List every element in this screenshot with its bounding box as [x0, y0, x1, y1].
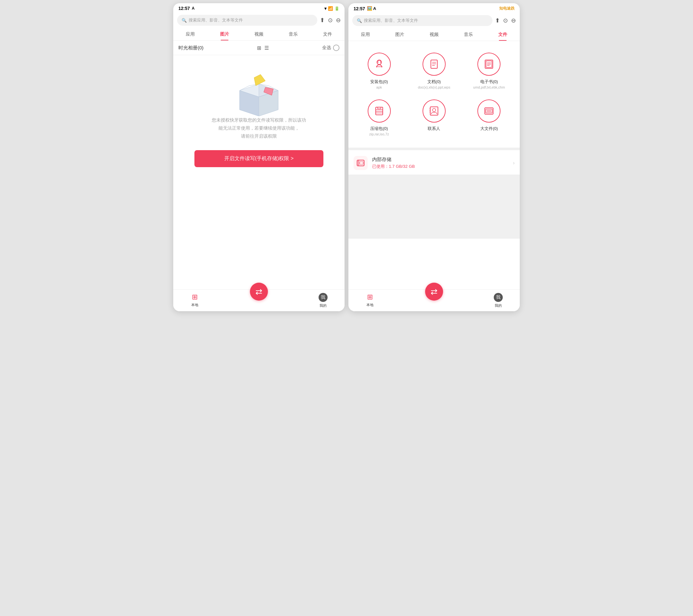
right-status-left: 12:57 🖼️ A — [354, 6, 376, 11]
storage-used: 已使用：1.7 GB/32 GB — [372, 164, 513, 170]
phones-container: 12:57 A ▾ 📶 🔋 🔍 搜索应用、影音、文本等文件 ⬆ ⊙ ⊖ — [173, 3, 520, 311]
left-tab-music[interactable]: 音乐 — [276, 28, 310, 40]
left-local-icon: ⊞ — [192, 293, 198, 301]
right-bottom-nav: ⊞ 本地 ⇄ 我 我的 — [349, 290, 520, 311]
right-time: 12:57 — [354, 6, 365, 11]
right-tab-music[interactable]: 音乐 — [451, 28, 486, 41]
svg-marker-6 — [254, 75, 265, 86]
contacts-name: 联系人 — [428, 126, 440, 132]
category-contacts[interactable]: 联系人 — [407, 94, 461, 141]
archives-icon-circle — [368, 99, 391, 123]
svg-point-10 — [380, 62, 381, 63]
left-tab-apps[interactable]: 应用 — [173, 28, 207, 40]
box-illustration — [230, 68, 288, 116]
category-archives[interactable]: 压缩包(0) zip,rar,iso,7z — [352, 94, 407, 141]
left-toolbar: ⬆ ⊙ ⊖ — [320, 17, 341, 24]
left-status-right: ▾ 📶 🔋 — [324, 6, 339, 11]
right-phone: 12:57 🖼️ A 知电途跌 🔍 搜索应用、影音、文本等文件 ⬆ ⊙ ⊖ 应用 — [349, 3, 520, 311]
left-time: 12:57 — [178, 6, 190, 11]
left-search-bar: 🔍 搜索应用、影音、文本等文件 ⬆ ⊙ ⊖ — [173, 12, 344, 28]
left-upload-icon[interactable]: ⬆ — [320, 17, 325, 24]
category-apk[interactable]: 安装包(0) apk — [352, 47, 407, 94]
left-nav-transfer[interactable]: ⇄ — [250, 283, 268, 301]
svg-rect-20 — [376, 107, 383, 115]
right-status-right: 知电途跌 — [499, 6, 515, 11]
archives-subtitle: zip,rar,iso,7z — [369, 132, 389, 136]
left-my-label: 我的 — [320, 303, 326, 308]
left-tab-videos[interactable]: 视频 — [242, 28, 276, 40]
right-tab-photos[interactable]: 图片 — [383, 28, 417, 41]
left-bottom-nav: ⊞ 本地 ⇄ 我 我的 — [173, 290, 344, 311]
right-share-icon[interactable]: ⊙ — [503, 17, 508, 24]
storage-item[interactable]: 内部存储 已使用：1.7 GB/32 GB › — [349, 152, 520, 175]
archives-svg-icon — [373, 105, 385, 117]
left-content: 您未授权快牙获取您的文件读写权限，所以该功 能无法正常使用，若要继续使用该功能，… — [173, 55, 344, 290]
left-tabs: 应用 图片 视频 音乐 文件 — [173, 28, 344, 41]
right-menu-icon[interactable]: ⊖ — [511, 17, 516, 24]
contacts-svg-icon — [428, 105, 440, 117]
ebooks-name: 电子书(0) — [480, 79, 498, 85]
right-tab-videos[interactable]: 视频 — [417, 28, 451, 41]
right-toolbar: ⬆ ⊙ ⊖ — [495, 17, 516, 24]
right-transfer-icon: ⇄ — [431, 287, 438, 297]
category-large-files[interactable]: 大文件(0) — [462, 94, 517, 141]
file-categories: 安装包(0) apk 文档(0) doc(x),xls(x),ppt — [349, 41, 520, 147]
photos-title: 时光相册(0) — [178, 45, 203, 51]
apk-name: 安装包(0) — [370, 79, 388, 85]
list-view-icon[interactable]: ☰ — [264, 45, 269, 51]
storage-name: 内部存储 — [372, 157, 513, 163]
right-logo-text: 知电途跌 — [499, 6, 515, 11]
docs-svg-icon — [428, 58, 440, 70]
contacts-icon-circle — [422, 99, 446, 123]
right-nav-local[interactable]: ⊞ 本地 — [349, 292, 391, 308]
left-local-label: 本地 — [191, 302, 198, 307]
category-ebooks[interactable]: 电子书(0) umd,pdf,txt,ebk,chm — [462, 47, 517, 94]
right-nav-transfer[interactable]: ⇄ — [425, 283, 443, 301]
view-icons: ⊞ ☰ — [257, 45, 269, 51]
left-search-placeholder: 搜索应用、影音、文本等文件 — [189, 17, 243, 23]
docs-name: 文档(0) — [427, 79, 441, 85]
select-all-circle[interactable] — [333, 45, 339, 51]
divider — [349, 147, 520, 150]
docs-subtitle: doc(x),xls(x),ppt,wps — [418, 85, 451, 89]
apk-svg-icon — [373, 58, 385, 70]
ebooks-subtitle: umd,pdf,txt,ebk,chm — [473, 85, 505, 89]
svg-rect-11 — [431, 60, 437, 68]
right-status-icons: 🖼️ A — [367, 6, 376, 11]
svg-point-35 — [358, 161, 358, 162]
select-all-btn[interactable]: 全选 — [322, 45, 339, 51]
left-signal-icon: 📶 — [328, 6, 333, 11]
right-search-placeholder: 搜索应用、影音、文本等文件 — [364, 18, 418, 23]
left-tab-photos[interactable]: 图片 — [207, 28, 242, 40]
right-tabs: 应用 图片 视频 音乐 文件 — [349, 28, 520, 41]
docs-icon-circle — [422, 53, 446, 76]
left-search-icon: 🔍 — [182, 18, 187, 23]
left-share-icon[interactable]: ⊙ — [328, 17, 333, 24]
category-docs[interactable]: 文档(0) doc(x),xls(x),ppt,wps — [407, 47, 461, 94]
left-search-input[interactable]: 🔍 搜索应用、影音、文本等文件 — [177, 15, 317, 26]
right-tab-files[interactable]: 文件 — [486, 28, 520, 41]
left-wifi-icon: ▾ — [324, 6, 326, 11]
storage-info: 内部存储 已使用：1.7 GB/32 GB — [372, 157, 513, 170]
ebooks-svg-icon — [483, 58, 495, 70]
right-my-icon: 我 — [494, 293, 503, 302]
right-my-label: 我的 — [495, 303, 502, 308]
left-status-bar: 12:57 A ▾ 📶 🔋 — [173, 3, 344, 12]
grid-view-icon[interactable]: ⊞ — [257, 45, 261, 51]
left-tab-files[interactable]: 文件 — [310, 28, 344, 40]
right-local-label: 本地 — [367, 302, 373, 307]
right-nav-my[interactable]: 我 我的 — [477, 292, 520, 308]
ebooks-icon-circle — [477, 53, 500, 76]
left-menu-icon[interactable]: ⊖ — [336, 17, 341, 24]
right-search-input[interactable]: 🔍 搜索应用、影音、文本等文件 — [352, 15, 493, 26]
svg-point-9 — [377, 62, 378, 63]
svg-rect-21 — [378, 107, 381, 109]
left-nav-local[interactable]: ⊞ 本地 — [173, 292, 216, 308]
select-all-label: 全选 — [322, 45, 331, 51]
permission-button[interactable]: 开启文件读写(手机存储)权限 > — [194, 150, 324, 167]
right-upload-icon[interactable]: ⬆ — [495, 17, 500, 24]
left-nav-my[interactable]: 我 我的 — [302, 292, 345, 308]
right-tab-apps[interactable]: 应用 — [349, 28, 383, 41]
svg-rect-31 — [486, 109, 492, 113]
empty-message: 您未授权快牙获取您的文件读写权限，所以该功 能无法正常使用，若要继续使用该功能，… — [212, 116, 306, 141]
